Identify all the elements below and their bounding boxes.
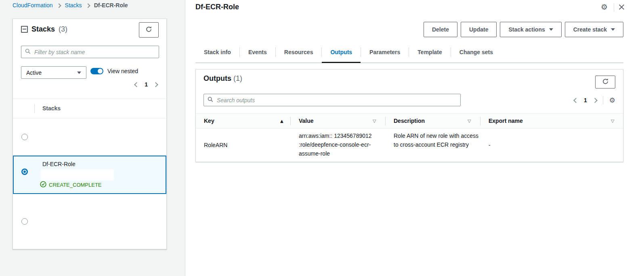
stacks-panel: Stacks (3) Active View nested [13,19,167,249]
output-description-cell: Role ARN of new role with access to cros… [394,131,479,149]
stack-row-selected[interactable]: Df-ECR-Role CREATE_COMPLETE [13,156,166,194]
stacks-list-region: CloudFormation Stacks Df-ECR-Role Stacks… [0,0,185,276]
stacks-pagination: 1 [135,81,157,88]
stack-status: CREATE_COMPLETE [40,181,102,189]
stack-detail-region: Df-ECR-Role ⚙ Delete Update Stack action… [186,0,644,276]
breadcrumb-stacks[interactable]: Stacks [65,2,82,8]
stack-row[interactable] [13,194,166,249]
column-divider[interactable] [290,117,291,125]
collapse-panel-icon[interactable] [21,26,28,33]
update-button[interactable]: Update [461,22,497,37]
previous-page-icon[interactable] [573,98,579,103]
caret-down-icon [549,28,553,31]
column-header-description[interactable]: Description [394,114,425,128]
stack-radio[interactable] [21,134,28,140]
stack-status-label: CREATE_COMPLETE [49,182,102,188]
tab-outputs[interactable]: Outputs [322,42,361,63]
settings-gear-icon[interactable]: ⚙ [601,3,608,11]
outputs-panel: Outputs (1) 1 ⚙ [195,69,623,162]
current-page-number[interactable]: 1 [145,81,148,88]
outputs-count-badge: (1) [233,74,242,82]
create-stack-dropdown-button[interactable]: Create stack [565,22,623,37]
tab-resources[interactable]: Resources [276,42,322,63]
tab-parameters[interactable]: Parameters [361,42,409,63]
stack-radio-selected[interactable] [21,169,28,175]
current-page-number[interactable]: 1 [584,97,587,103]
search-icon [25,48,31,55]
view-nested-toggle[interactable] [90,68,103,74]
stacks-column-header: Stacks [42,105,61,112]
check-circle-icon [40,181,46,189]
sort-icon[interactable]: ▽ [373,118,376,124]
caret-down-icon [77,72,81,74]
previous-page-icon[interactable] [134,82,139,87]
chevron-right-icon [57,3,61,8]
outputs-pagination: 1 ⚙ [574,96,615,104]
page-title: Df-ECR-Role [195,3,239,11]
output-value-cell: arn:aws:iam:: 123456789012 :role/deepfen… [299,131,379,158]
stack-detail-tabs: Stack info Events Resources Outputs Para… [195,42,623,63]
pagination-divider [603,96,603,104]
outputs-title-label: Outputs [203,74,231,82]
column-header-export-name[interactable]: Export name [489,114,523,128]
outputs-search-input[interactable] [216,97,457,104]
column-divider [34,104,35,113]
column-divider[interactable] [480,117,480,125]
refresh-icon [602,78,609,86]
close-icon[interactable] [618,4,625,12]
stacks-list-header: Stacks [13,99,166,118]
stack-actions-toolbar: Delete Update Stack actions Create stack [424,22,623,37]
stacks-panel-title-label: Stacks [31,25,55,34]
breadcrumb-current-stack: Df-ECR-Role [94,2,128,8]
view-nested-control: View nested [90,68,138,74]
next-page-icon[interactable] [592,98,598,103]
outputs-table-header: Key ▲ Value ▽ Description ▽ Export name … [196,113,623,129]
tab-events[interactable]: Events [240,42,275,63]
caret-down-icon [611,28,615,31]
breadcrumb-cloudformation[interactable]: CloudFormation [13,2,53,8]
stack-name[interactable]: Df-ECR-Role [42,161,76,167]
stack-actions-dropdown-button[interactable]: Stack actions [500,22,561,37]
sort-ascending-icon[interactable]: ▲ [280,119,283,123]
stack-row[interactable] [13,118,166,156]
column-divider[interactable] [385,117,386,125]
stack-filter-input[interactable] [34,48,155,56]
search-icon [208,97,213,103]
tab-template[interactable]: Template [409,42,450,63]
outputs-panel-title: Outputs (1) [203,74,242,83]
column-header-value[interactable]: Value [299,114,314,128]
chevron-right-icon [86,3,90,8]
header-divider [614,3,614,12]
tab-stack-info[interactable]: Stack info [195,42,239,63]
redacted-text-block [41,169,114,180]
breadcrumb: CloudFormation Stacks Df-ECR-Role [13,2,128,8]
refresh-icon [145,26,152,34]
output-export-name-cell: - [489,129,491,162]
stack-filter [21,46,159,58]
stacks-panel-title: Stacks (3) [21,25,67,34]
stack-state-filter-value: Active [26,70,42,76]
outputs-table-row: RoleARN arn:aws:iam:: 123456789012 :role… [196,129,623,162]
stack-radio[interactable] [21,218,28,225]
output-key-cell: RoleARN [204,129,227,162]
outputs-refresh-button[interactable] [595,76,615,88]
stacks-count-badge: (3) [59,25,67,34]
column-header-key[interactable]: Key [204,114,214,128]
next-page-icon[interactable] [153,82,158,87]
tab-change-sets[interactable]: Change sets [451,42,501,63]
view-nested-label: View nested [107,68,138,74]
sort-icon[interactable]: ▽ [468,118,471,124]
stack-state-filter-select[interactable]: Active [21,66,86,79]
cloudformation-console: CloudFormation Stacks Df-ECR-Role Stacks… [0,0,644,276]
delete-button[interactable]: Delete [424,22,457,37]
sort-icon[interactable]: ▽ [611,118,614,124]
stacks-refresh-button[interactable] [139,22,159,38]
outputs-search [203,94,461,106]
outputs-preferences-gear-icon[interactable]: ⚙ [609,97,615,104]
